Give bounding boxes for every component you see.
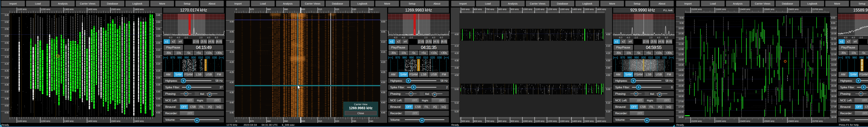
svg-text:15300 kHz: 15300 kHz [715, 120, 726, 123]
svg-text:000: 000 [301, 120, 305, 123]
svg-text:1400 kHz: 1400 kHz [88, 8, 97, 10]
svg-text:15700 kHz: 15700 kHz [812, 8, 823, 10]
svg-text:500 kHz: 500 kHz [461, 8, 470, 10]
svg-text:970: 970 [250, 8, 254, 10]
svg-text:1300 kHz: 1300 kHz [64, 120, 74, 123]
svg-text:2.0: 2.0 [425, 36, 428, 39]
svg-text:800 kHz: 800 kHz [498, 8, 506, 10]
svg-text:700 kHz: 700 kHz [486, 120, 494, 123]
svg-text:1600 kHz: 1600 kHz [597, 8, 606, 10]
svg-text:1000 kHz: 1000 kHz [523, 120, 532, 123]
svg-text:15200 kHz: 15200 kHz [691, 8, 702, 10]
svg-text:-2.0: -2.0 [859, 36, 863, 39]
svg-text:1600 kHz: 1600 kHz [134, 120, 144, 123]
svg-text:010: 010 [318, 8, 322, 10]
svg-text:1400 kHz: 1400 kHz [572, 8, 582, 10]
svg-text:010: 010 [318, 120, 322, 123]
svg-text:2.0: 2.0 [199, 36, 203, 39]
svg-text:600 kHz: 600 kHz [474, 120, 482, 123]
svg-text:4.0: 4.0 [657, 36, 660, 39]
svg-text:-6.0: -6.0 [619, 36, 622, 39]
svg-text:020: 020 [335, 120, 339, 123]
svg-text:6.0: 6.0 [215, 36, 218, 39]
svg-text:0: 0 [236, 8, 237, 10]
svg-text:1000 kHz: 1000 kHz [523, 8, 532, 10]
svg-text:6.0: 6.0 [440, 36, 443, 39]
svg-text:1100 kHz: 1100 kHz [18, 8, 27, 10]
svg-text:15500 kHz: 15500 kHz [764, 120, 774, 123]
svg-text:1500 kHz: 1500 kHz [584, 8, 594, 10]
svg-text:15600 kHz: 15600 kHz [788, 120, 799, 123]
svg-text:-6.0: -6.0 [394, 36, 397, 39]
svg-text:020: 020 [335, 8, 339, 10]
svg-text:900 kHz: 900 kHz [510, 120, 519, 123]
svg-text:15200 kHz: 15200 kHz [691, 120, 702, 123]
svg-text:-4.0: -4.0 [626, 36, 630, 39]
svg-text:000: 000 [301, 8, 305, 10]
svg-text:-4.0: -4.0 [851, 36, 855, 39]
svg-text:1200 kHz: 1200 kHz [548, 8, 557, 10]
svg-text:1100 kHz: 1100 kHz [18, 120, 27, 123]
svg-text:-6.0: -6.0 [168, 36, 173, 39]
svg-text:2.0: 2.0 [649, 36, 653, 39]
svg-text:800 kHz: 800 kHz [498, 120, 506, 123]
svg-text:030: 030 [352, 8, 356, 10]
svg-text:980: 980 [267, 120, 271, 123]
svg-text:700 kHz: 700 kHz [486, 8, 494, 10]
svg-text:0: 0 [236, 120, 237, 123]
svg-text:030: 030 [352, 120, 356, 123]
svg-text:15700 kHz: 15700 kHz [812, 120, 823, 123]
svg-text:1500 kHz: 1500 kHz [111, 120, 121, 123]
svg-text:-4.0: -4.0 [176, 36, 180, 39]
svg-text:4.0: 4.0 [432, 36, 435, 39]
svg-text:990: 990 [284, 120, 288, 123]
svg-text:990: 990 [284, 8, 288, 10]
svg-text:970: 970 [250, 120, 254, 123]
svg-text:1500 kHz: 1500 kHz [111, 8, 121, 10]
svg-text:-6.0: -6.0 [843, 36, 847, 39]
svg-text:4.0: 4.0 [207, 36, 210, 39]
svg-text:040: 040 [369, 8, 373, 10]
svg-text:980: 980 [267, 8, 271, 10]
svg-text:1100 kHz: 1100 kHz [535, 8, 545, 10]
svg-text:1200 kHz: 1200 kHz [41, 8, 50, 10]
svg-text:1600 kHz: 1600 kHz [597, 120, 606, 123]
svg-text:6.0: 6.0 [665, 36, 668, 39]
svg-text:1500 kHz: 1500 kHz [584, 120, 594, 123]
svg-text:600 kHz: 600 kHz [474, 8, 482, 10]
svg-text:500 kHz: 500 kHz [461, 120, 470, 123]
svg-text:1200 kHz: 1200 kHz [41, 120, 50, 123]
svg-text:-4.0: -4.0 [401, 36, 405, 39]
svg-text:900 kHz: 900 kHz [510, 8, 519, 10]
svg-text:-2.0: -2.0 [409, 36, 413, 39]
svg-text:1300 kHz: 1300 kHz [560, 8, 569, 10]
svg-text:1200 kHz: 1200 kHz [548, 120, 557, 123]
svg-text:1600 kHz: 1600 kHz [134, 8, 144, 10]
svg-text:1400 kHz: 1400 kHz [572, 120, 582, 123]
svg-text:-2.0: -2.0 [184, 36, 188, 39]
svg-text:15400 kHz: 15400 kHz [740, 8, 750, 10]
svg-text:1300 kHz: 1300 kHz [560, 120, 569, 123]
svg-text:1400 kHz: 1400 kHz [88, 120, 97, 123]
svg-text:15500 kHz: 15500 kHz [764, 8, 774, 10]
svg-text:040: 040 [369, 120, 373, 123]
svg-text:15400 kHz: 15400 kHz [740, 120, 750, 123]
svg-text:1300 kHz: 1300 kHz [64, 8, 74, 10]
svg-text:-2.0: -2.0 [634, 36, 638, 39]
svg-text:15300 kHz: 15300 kHz [715, 8, 726, 10]
svg-text:1100 kHz: 1100 kHz [535, 120, 545, 123]
svg-text:15600 kHz: 15600 kHz [788, 8, 799, 10]
